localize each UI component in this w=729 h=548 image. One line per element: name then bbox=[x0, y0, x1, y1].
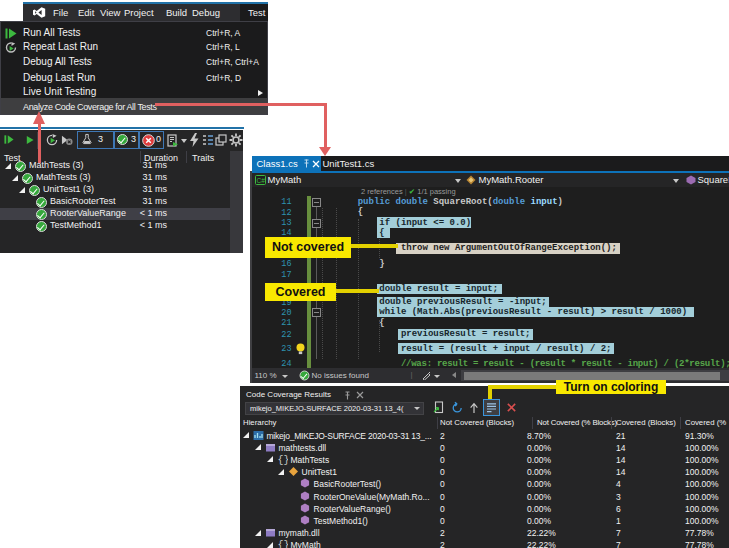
svg-text:{}: {} bbox=[278, 455, 289, 465]
svg-text:{}: {} bbox=[278, 540, 289, 548]
svg-text:C#: C# bbox=[256, 177, 265, 184]
